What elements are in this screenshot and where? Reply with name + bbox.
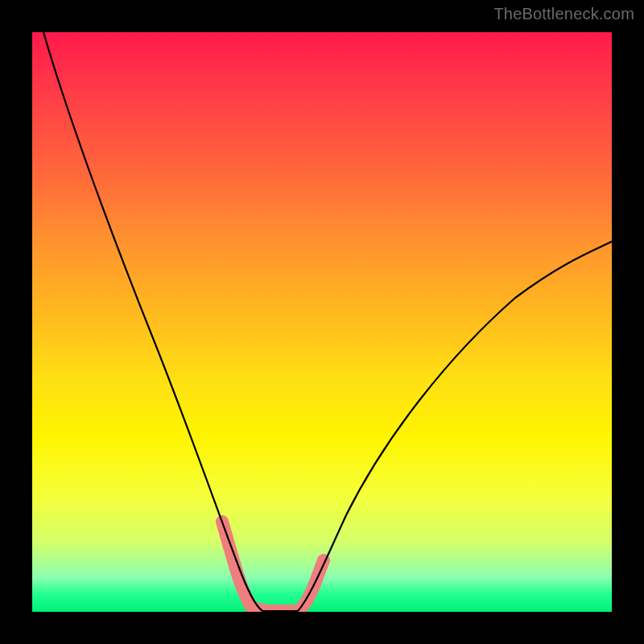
valley-highlight-band bbox=[222, 522, 324, 611]
curve-layer bbox=[32, 32, 612, 612]
curve-right-branch bbox=[298, 242, 612, 611]
chart-stage: TheBottleneck.com bbox=[0, 0, 644, 644]
plot-area bbox=[32, 32, 612, 612]
attribution-label: TheBottleneck.com bbox=[493, 5, 634, 23]
